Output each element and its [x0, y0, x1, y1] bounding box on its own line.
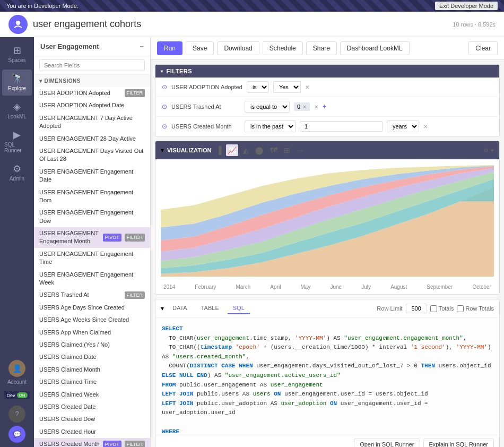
- help-button[interactable]: ?: [8, 406, 25, 423]
- tab-data[interactable]: DATA: [167, 303, 193, 314]
- filter-label-0: USER ADOPTION Adopted: [171, 84, 242, 90]
- field-item-10[interactable]: USER ENGAGEMENT Engagement Week: [34, 269, 150, 289]
- filter-tag-clear-1[interactable]: ✕: [302, 104, 307, 110]
- field-item-15[interactable]: USERS Claimed (Yes / No): [34, 339, 150, 351]
- filters-section-header: ▾ FILTERS: [155, 65, 499, 78]
- filter-circle-icon-0: ⊙: [162, 83, 167, 91]
- field-item-11[interactable]: USERS Trashed AtFILTER: [34, 289, 150, 301]
- tab-sql[interactable]: SQL: [228, 303, 250, 314]
- field-item-2[interactable]: USER ENGAGEMENT 7 Day Active Adopted: [34, 112, 150, 133]
- sidebar-item-lookerml[interactable]: ◈ LookML: [2, 98, 32, 124]
- field-item-label-14: USERS App When Claimed: [39, 329, 111, 337]
- filter-plus-1[interactable]: +: [323, 103, 326, 110]
- sidebar-item-spaces[interactable]: ⊞ Spaces: [2, 41, 32, 67]
- field-item-16[interactable]: USERS Claimed Date: [34, 351, 150, 363]
- viz-more-icon[interactable]: ···: [295, 144, 305, 156]
- row-totals-checkbox[interactable]: [457, 305, 464, 312]
- viz-settings[interactable]: ⚙ ▾: [483, 147, 494, 154]
- viz-line-icon[interactable]: 📈: [226, 144, 238, 156]
- explain-in-sql-runner-button[interactable]: Explain in SQL Runner: [423, 439, 494, 447]
- field-item-8[interactable]: USER ENGAGEMENT Engagement MonthPIVOTFIL…: [34, 227, 150, 248]
- open-in-sql-runner-button[interactable]: Open in SQL Runner: [354, 439, 420, 447]
- field-search-area: [34, 56, 150, 75]
- share-button[interactable]: Share: [306, 41, 337, 55]
- field-item-22[interactable]: USERS Created Hour: [34, 426, 150, 438]
- field-item-13[interactable]: USERS Age Weeks Since Created: [34, 314, 150, 326]
- sidebar-item-account[interactable]: 👤 Account: [2, 356, 32, 389]
- viz-area-icon[interactable]: ◭: [241, 144, 250, 156]
- row-limit-input[interactable]: [406, 304, 427, 313]
- field-item-19[interactable]: USERS Claimed Week: [34, 389, 150, 401]
- viz-scatter-icon[interactable]: ⬤: [254, 144, 265, 156]
- field-item-label-12: USERS Age Days Since Created: [39, 304, 125, 312]
- filter-number-2[interactable]: [300, 121, 383, 132]
- sidebar-item-explore-label: Explore: [8, 85, 26, 91]
- field-panel-close-icon[interactable]: −: [140, 42, 144, 50]
- explore-icon: 🔭: [11, 74, 23, 83]
- filter-clear-0[interactable]: ✕: [305, 84, 309, 90]
- visualization-section: ▾ VISUALIZATION ▐ 📈 ◭ ⬤ 🗺 ⊞ ··· ⚙ ▾: [155, 141, 500, 295]
- download-button[interactable]: Download: [217, 41, 259, 55]
- viz-map-icon[interactable]: 🗺: [268, 144, 279, 156]
- field-item-14[interactable]: USERS App When Claimed: [34, 326, 150, 339]
- viz-bar-icon[interactable]: ▐: [215, 144, 223, 156]
- filter-operator-1[interactable]: is equal to: [245, 101, 290, 113]
- field-item-1[interactable]: USER ADOPTION Adopted Date: [34, 99, 150, 111]
- field-item-18[interactable]: USERS Claimed Time: [34, 376, 150, 388]
- filter-circle-icon-1: ⊙: [162, 103, 167, 110]
- clear-button[interactable]: Clear: [468, 41, 498, 55]
- save-button[interactable]: Save: [186, 41, 214, 55]
- filter-clear-2[interactable]: ✕: [423, 124, 428, 130]
- filter-clear-1[interactable]: ✕: [314, 104, 318, 110]
- dashboard-lookml-button[interactable]: Dashboard LookML: [340, 41, 410, 55]
- field-item-9[interactable]: USER ENGAGEMENT Engagement Time: [34, 248, 150, 269]
- svg-point-1: [16, 21, 20, 25]
- chart-label-3: April: [270, 284, 281, 290]
- tab-table[interactable]: TABLE: [196, 303, 224, 314]
- filter-operator-2[interactable]: is in the past: [245, 121, 296, 132]
- sidebar-item-explore[interactable]: 🔭 Explore: [2, 70, 32, 96]
- filters-collapse-icon[interactable]: ▾: [161, 69, 163, 74]
- viz-table-icon[interactable]: ⊞: [282, 144, 292, 156]
- dev-mode-bar: You are in Developer Mode. Exit Develope…: [0, 0, 504, 12]
- field-item-3[interactable]: USER ENGAGEMENT 28 Day Active: [34, 133, 150, 145]
- filter-badge-0: FILTER: [125, 89, 145, 97]
- dev-label: Dev: [6, 393, 15, 398]
- field-item-6[interactable]: USER ENGAGEMENT Engagement Dom: [34, 186, 150, 207]
- data-collapse-icon[interactable]: ▾: [161, 305, 164, 312]
- totals-checkbox[interactable]: [430, 305, 437, 312]
- field-item-23[interactable]: USERS Created MonthPIVOTFILTER: [34, 438, 150, 447]
- field-item-0[interactable]: USER ADOPTION AdoptedFILTER: [34, 87, 150, 99]
- field-panel-title: User Engagement: [40, 42, 99, 50]
- row-totals-label: Row Totals: [465, 305, 494, 312]
- chevron-down-icon: ▾: [491, 147, 494, 154]
- sidebar-item-spaces-label: Spaces: [8, 57, 25, 63]
- field-item-4[interactable]: USER ENGAGEMENT Days Visited Out Of Last…: [34, 145, 150, 166]
- run-button[interactable]: Run: [157, 41, 183, 55]
- row-info: 10 rows · 8.592s: [453, 21, 496, 28]
- field-item-5[interactable]: USER ENGAGEMENT Engagement Date: [34, 166, 150, 186]
- field-item-label-6: USER ENGAGEMENT Engagement Dom: [39, 188, 145, 205]
- field-item-7[interactable]: USER ENGAGEMENT Engagement Dow: [34, 207, 150, 227]
- field-item-label-3: USER ENGAGEMENT 28 Day Active: [39, 135, 136, 143]
- field-item-12[interactable]: USERS Age Days Since Created: [34, 302, 150, 314]
- viz-collapse-icon[interactable]: ▾: [161, 147, 164, 154]
- chat-button[interactable]: 💬: [8, 426, 25, 443]
- filter-tag-value-1: 0: [297, 104, 300, 110]
- viz-toolbar: ▾ VISUALIZATION ▐ 📈 ◭ ⬤ 🗺 ⊞ ··· ⚙ ▾: [155, 141, 499, 160]
- chart-label-4: May: [300, 284, 310, 290]
- field-item-label-7: USER ENGAGEMENT Engagement Dow: [39, 209, 145, 225]
- schedule-button[interactable]: Schedule: [263, 41, 303, 55]
- field-item-21[interactable]: USERS Created Dow: [34, 413, 150, 425]
- field-item-20[interactable]: USERS Created Date: [34, 401, 150, 413]
- looker-logo: [8, 15, 28, 34]
- field-item-17[interactable]: USERS Claimed Month: [34, 364, 150, 376]
- filter-unit-2[interactable]: years: [387, 121, 419, 132]
- filter-value-0[interactable]: Yes: [273, 81, 301, 93]
- exit-dev-mode-button[interactable]: Exit Developer Mode: [435, 2, 498, 10]
- lookerml-icon: ◈: [13, 102, 21, 111]
- sidebar-item-sqlrunner[interactable]: ▶ SQL Runner: [2, 126, 32, 158]
- search-input[interactable]: [39, 59, 145, 71]
- filter-operator-0[interactable]: is: [247, 81, 269, 93]
- sidebar-item-admin[interactable]: ⚙ Admin: [2, 160, 32, 186]
